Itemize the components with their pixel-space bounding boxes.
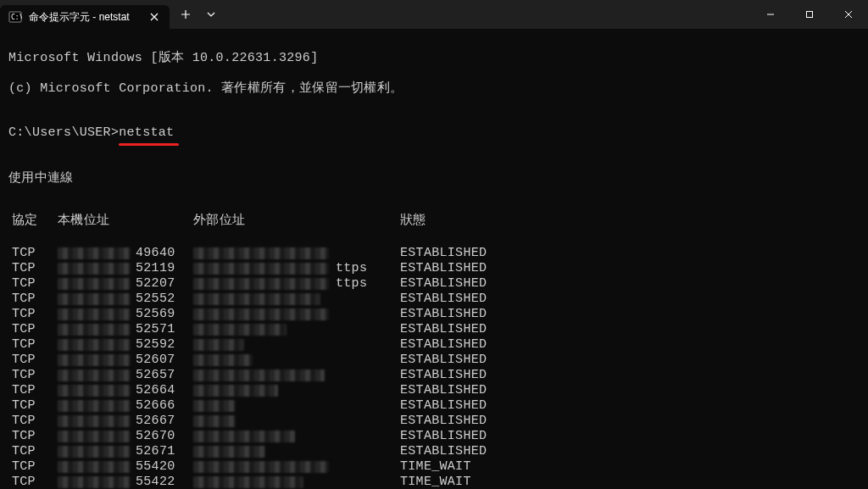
- header-line-2: (c) Microsoft Corporation. 著作權所有，並保留一切權利…: [8, 81, 860, 97]
- cell-local-port: 52657: [136, 368, 176, 383]
- table-row: TCP49640ESTABLISHED: [8, 246, 860, 261]
- redacted-local-ip: [58, 263, 131, 275]
- redacted-local-ip: [58, 400, 131, 412]
- cell-state: ESTABLISHED: [400, 398, 860, 414]
- cell-proto: TCP: [8, 353, 58, 368]
- header-line-1: Microsoft Windows [版本 10.0.22631.3296]: [8, 51, 860, 66]
- cell-foreign: [193, 368, 400, 383]
- svg-rect-2: [807, 12, 813, 18]
- cell-local: 52670: [58, 429, 193, 444]
- table-row: TCP52657ESTABLISHED: [8, 368, 860, 383]
- minimize-button[interactable]: [751, 0, 790, 29]
- redacted-local-ip: [58, 446, 131, 458]
- redacted-local-ip: [58, 385, 131, 397]
- new-tab-button[interactable]: [171, 3, 200, 26]
- table-row: TCP52664ESTABLISHED: [8, 383, 860, 398]
- prompt-path: C:\Users\USER>: [8, 125, 119, 140]
- cell-local-port: 52607: [136, 353, 176, 368]
- cell-local-port: 52671: [136, 444, 176, 459]
- cell-foreign: [193, 398, 400, 414]
- cell-foreign: [193, 337, 400, 353]
- cell-foreign: [193, 459, 400, 475]
- table-row: TCP55420TIME_WAIT: [8, 459, 860, 475]
- redacted-local-ip: [58, 324, 131, 336]
- redacted-local-ip: [58, 431, 131, 442]
- cell-state: ESTABLISHED: [400, 368, 860, 383]
- cell-local: 52592: [58, 337, 193, 353]
- redacted-foreign: [193, 415, 236, 427]
- cell-foreign: [193, 292, 400, 307]
- cell-proto: TCP: [8, 307, 58, 322]
- maximize-button[interactable]: [790, 0, 829, 29]
- cell-local-port: 52664: [136, 383, 176, 398]
- cell-local: 49640: [58, 246, 193, 261]
- section-title: 使用中連線: [8, 171, 860, 186]
- redacted-foreign: [193, 461, 329, 473]
- redacted-foreign: [193, 278, 329, 290]
- col-header-foreign: 外部位址: [193, 214, 400, 229]
- redacted-foreign: [193, 308, 329, 320]
- table-row: TCP52671ESTABLISHED: [8, 444, 860, 459]
- redacted-foreign: [193, 324, 287, 336]
- table-row: TCP52607ESTABLISHED: [8, 353, 860, 368]
- cell-local-port: 52667: [136, 414, 176, 429]
- cell-local: 52607: [58, 353, 193, 368]
- tab-active[interactable]: C:\ 命令提示字元 - netstat: [0, 5, 170, 29]
- cell-foreign: [193, 307, 400, 322]
- cell-proto: TCP: [8, 383, 58, 398]
- terminal-output[interactable]: Microsoft Windows [版本 10.0.22631.3296] (…: [0, 29, 868, 489]
- cell-state: ESTABLISHED: [400, 414, 860, 429]
- cell-proto: TCP: [8, 337, 58, 353]
- cell-foreign: [193, 322, 400, 337]
- cell-proto: TCP: [8, 429, 58, 444]
- cell-local-port: 52670: [136, 429, 176, 444]
- redacted-local-ip: [58, 461, 131, 473]
- cell-local: 52657: [58, 368, 193, 383]
- cell-local-port: 52207: [136, 276, 176, 292]
- cell-proto: TCP: [8, 261, 58, 276]
- cell-proto: TCP: [8, 414, 58, 429]
- table-row: TCP52207ttpsESTABLISHED: [8, 276, 860, 292]
- col-header-proto: 協定: [8, 214, 58, 229]
- table-row: TCP52552ESTABLISHED: [8, 292, 860, 307]
- titlebar: C:\ 命令提示字元 - netstat: [0, 0, 868, 29]
- cell-local: 52569: [58, 307, 193, 322]
- redacted-local-ip: [58, 476, 131, 488]
- redacted-local-ip: [58, 415, 131, 427]
- table-row: TCP52666ESTABLISHED: [8, 398, 860, 414]
- cell-proto: TCP: [8, 475, 58, 489]
- table-row: TCP52571ESTABLISHED: [8, 322, 860, 337]
- cell-state: ESTABLISHED: [400, 444, 860, 459]
- tab-dropdown-button[interactable]: [200, 3, 222, 26]
- columns-header: 協定 本機位址 外部位址 狀態: [8, 214, 860, 229]
- cell-state: ESTABLISHED: [400, 322, 860, 337]
- redacted-foreign: [193, 446, 265, 458]
- redacted-foreign: [193, 476, 303, 488]
- cell-local: 52664: [58, 383, 193, 398]
- cell-local: 52571: [58, 322, 193, 337]
- cell-proto: TCP: [8, 322, 58, 337]
- cell-foreign: [193, 475, 400, 489]
- table-row: TCP55422TIME_WAIT: [8, 475, 860, 489]
- col-header-local: 本機位址: [58, 214, 193, 229]
- tab-close-button[interactable]: [147, 10, 161, 24]
- cell-local-port: 52569: [136, 307, 176, 322]
- cell-state: ESTABLISHED: [400, 429, 860, 444]
- redacted-foreign: [193, 400, 236, 412]
- cell-local-port: 49640: [136, 246, 176, 261]
- cell-foreign: [193, 429, 400, 444]
- cell-state: ESTABLISHED: [400, 246, 860, 261]
- cell-foreign-suffix: ttps: [336, 261, 367, 276]
- cell-local: 52671: [58, 444, 193, 459]
- titlebar-drag-area[interactable]: [222, 0, 751, 29]
- cell-state: TIME_WAIT: [400, 459, 860, 475]
- table-row: TCP52569ESTABLISHED: [8, 307, 860, 322]
- redacted-local-ip: [58, 308, 131, 320]
- cell-local: 52552: [58, 292, 193, 307]
- cell-foreign: [193, 383, 400, 398]
- cell-local-port: 52119: [136, 261, 176, 276]
- close-window-button[interactable]: [829, 0, 868, 29]
- table-row: TCP52119ttpsESTABLISHED: [8, 261, 860, 276]
- cell-local-port: 52592: [136, 337, 176, 353]
- cell-local: 55420: [58, 459, 193, 475]
